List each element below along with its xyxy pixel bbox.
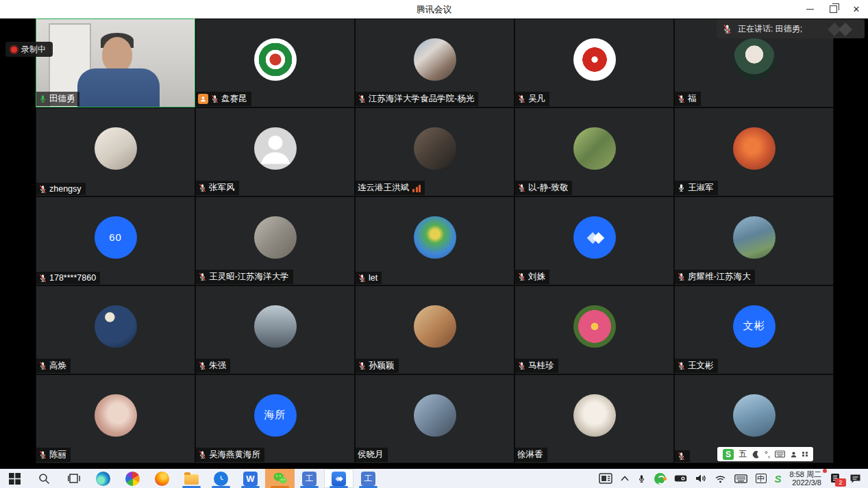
participant-tile[interactable]: 王灵昭-江苏海洋大学 xyxy=(195,196,355,285)
tray-projector-icon[interactable] xyxy=(674,474,687,483)
default-avatar xyxy=(254,127,297,170)
search-button[interactable] xyxy=(29,469,59,488)
participant-name-chip: 房耀维-江苏海大 xyxy=(675,270,755,284)
taskbar-app-firefox[interactable] xyxy=(147,469,177,488)
avatar xyxy=(254,305,297,348)
avatar xyxy=(733,216,776,259)
avatar xyxy=(414,38,456,81)
participant-tile[interactable]: 60178****7860 xyxy=(36,196,195,285)
action-center-button[interactable] xyxy=(850,474,861,484)
avatar xyxy=(95,305,137,348)
participant-name-chip: 陈丽 xyxy=(36,448,71,462)
participant-name: 高焕 xyxy=(49,360,66,372)
participant-tile[interactable]: 文彬王文彬 xyxy=(674,285,834,374)
close-button[interactable]: ✕ xyxy=(845,0,868,18)
taskbar-app-wps[interactable]: W xyxy=(236,469,265,488)
news-widget-button[interactable] xyxy=(599,473,612,484)
participant-tile[interactable]: S五°, xyxy=(674,374,834,463)
participant-tile[interactable]: 以-静-致敬 xyxy=(514,107,674,196)
participant-tile[interactable]: 高焕 xyxy=(36,285,195,374)
folder-icon xyxy=(184,474,199,485)
taskbar: W 工 工 xyxy=(0,469,868,488)
participant-tile[interactable]: 吴凡 xyxy=(514,18,674,107)
ime-toolbox-icon[interactable] xyxy=(802,452,808,457)
taskbar-app-clock[interactable] xyxy=(206,469,236,488)
minimize-button[interactable] xyxy=(798,0,821,18)
sogou-logo-icon[interactable]: S xyxy=(723,449,734,460)
mic-muted-icon xyxy=(517,272,526,281)
edge-browser-icon xyxy=(96,472,110,486)
ime-toolbar[interactable]: S五°, xyxy=(717,447,813,461)
tray-volume-icon[interactable] xyxy=(695,474,706,483)
start-button[interactable] xyxy=(0,469,29,488)
participant-tile[interactable]: let xyxy=(355,196,514,285)
avatar xyxy=(573,394,616,437)
tray-touch-keyboard-icon[interactable] xyxy=(734,474,747,483)
participant-name: 盘赛昆 xyxy=(221,93,247,105)
meeting-logo-icon xyxy=(583,226,606,249)
avatar: 文彬 xyxy=(733,305,776,348)
ime-skin-person-icon[interactable] xyxy=(790,450,797,459)
tray-app-with-badge[interactable]: 2 xyxy=(830,473,841,485)
restore-button[interactable] xyxy=(821,0,845,18)
mic-muted-icon xyxy=(517,183,526,192)
participant-tile[interactable]: 王淑军 xyxy=(674,107,834,196)
participant-tile[interactable]: 连云港王洪斌 xyxy=(355,107,514,196)
participant-tile[interactable]: 盘赛昆 xyxy=(195,18,355,107)
participant-name-chip xyxy=(675,450,690,462)
task-view-button[interactable] xyxy=(59,469,88,488)
participant-tile[interactable]: 马桂珍 xyxy=(514,285,674,374)
unread-badge: 2 xyxy=(835,478,846,487)
mic-muted-icon xyxy=(517,94,526,103)
participant-name-chip: 178****7860 xyxy=(36,272,100,284)
participant-tile[interactable]: 刘姝 xyxy=(514,196,674,285)
participant-tile[interactable]: 江苏海洋大学食品学院-杨光 xyxy=(355,18,514,107)
ime-wubi-mode[interactable]: 五 xyxy=(739,448,747,460)
participant-tile[interactable]: 侯晓月 xyxy=(355,374,514,463)
sogou-tray-icon[interactable]: S xyxy=(775,473,782,485)
wps-icon: W xyxy=(243,472,258,486)
input-language-indicator[interactable]: 中 xyxy=(756,474,767,483)
participant-name-chip: 孙颖颖 xyxy=(356,359,399,373)
participant-name: 吴海燕黄海所 xyxy=(209,449,260,461)
tray-overflow-chevron[interactable] xyxy=(621,476,629,481)
participant-tile[interactable]: 徐淋香 xyxy=(514,374,674,463)
participant-name: 吴凡 xyxy=(528,93,545,105)
gong-app-icon: 工 xyxy=(361,472,375,486)
participant-tile[interactable]: 孙颖颖 xyxy=(355,285,514,374)
clock-app-icon xyxy=(214,472,228,486)
participant-tile[interactable]: 田德勇 xyxy=(36,18,195,107)
mic-on-icon xyxy=(677,183,686,192)
participant-name: 王灵昭-江苏海洋大学 xyxy=(209,271,289,283)
participant-tile[interactable]: 房耀维-江苏海大 xyxy=(674,196,834,285)
taskbar-app-edge[interactable] xyxy=(88,469,118,488)
tray-microphone-icon[interactable] xyxy=(637,474,646,484)
participant-tile[interactable]: 陈丽 xyxy=(36,374,195,463)
taskbar-app-tencent-meeting[interactable] xyxy=(324,469,354,488)
tray-network-icon[interactable] xyxy=(715,474,726,483)
taskbar-app-file-explorer[interactable] xyxy=(177,469,206,488)
participant-tile[interactable]: zhengsy xyxy=(36,107,195,196)
ime-punctuation-mode[interactable]: °, xyxy=(765,450,770,459)
participant-name: 张军风 xyxy=(209,182,235,194)
participant-name-chip: 盘赛昆 xyxy=(196,92,251,106)
wechat-icon xyxy=(273,472,288,485)
mic-muted-icon xyxy=(358,94,367,103)
tray-clock[interactable]: 8:58 周二 2022/3/8 xyxy=(790,470,821,487)
taskbar-app-gong-1[interactable]: 工 xyxy=(295,469,324,488)
ime-halfwidth-moon-icon[interactable] xyxy=(752,450,760,459)
participant-name: 福 xyxy=(688,93,697,105)
participant-name-chip: 连云港王洪斌 xyxy=(356,181,425,195)
tray-time: 8:58 周二 xyxy=(790,470,821,478)
tray-antivirus-icon[interactable] xyxy=(654,473,666,485)
participant-tile[interactable]: 张军风 xyxy=(195,107,355,196)
participant-name-chip: 张军风 xyxy=(196,181,239,195)
ime-soft-keyboard-icon[interactable] xyxy=(775,450,785,458)
taskbar-app-gong-2[interactable]: 工 xyxy=(354,469,383,488)
tencent-meeting-icon xyxy=(332,472,346,486)
participant-name-chip: 王灵昭-江苏海洋大学 xyxy=(196,270,293,284)
taskbar-app-browser[interactable] xyxy=(118,469,147,488)
taskbar-app-wechat[interactable] xyxy=(265,469,295,488)
participant-tile[interactable]: 海所吴海燕黄海所 xyxy=(195,374,355,463)
participant-tile[interactable]: 朱强 xyxy=(195,285,355,374)
